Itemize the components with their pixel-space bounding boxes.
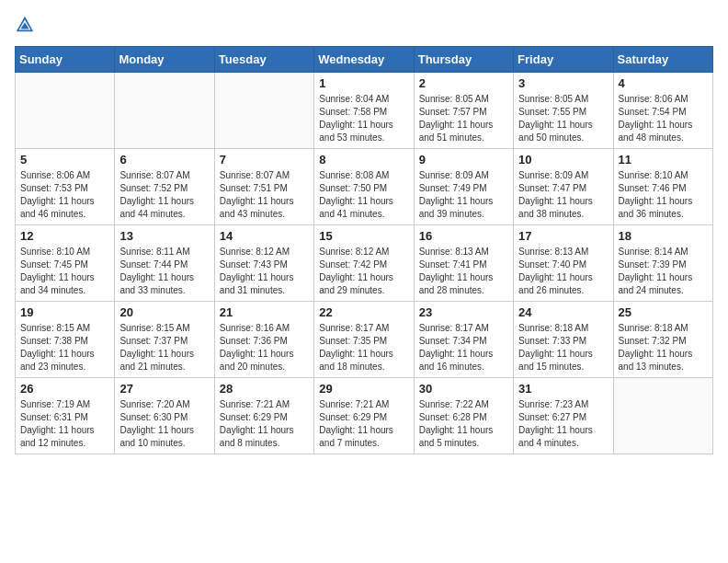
day-number: 8 [319, 153, 408, 167]
calendar-day-cell: 16Sunrise: 8:13 AM Sunset: 7:41 PM Dayli… [414, 225, 513, 302]
calendar-day-cell: 6Sunrise: 8:07 AM Sunset: 7:52 PM Daylig… [115, 149, 214, 225]
calendar-day-cell: 1Sunrise: 8:04 AM Sunset: 7:58 PM Daylig… [314, 73, 414, 149]
day-number: 21 [220, 305, 309, 319]
day-info: Sunrise: 8:15 AM Sunset: 7:37 PM Dayligh… [119, 322, 209, 373]
calendar-day-cell [16, 73, 115, 149]
calendar-day-cell: 31Sunrise: 7:23 AM Sunset: 6:27 PM Dayli… [514, 378, 613, 454]
calendar-day-cell: 3Sunrise: 8:05 AM Sunset: 7:55 PM Daylig… [514, 73, 613, 149]
day-info: Sunrise: 8:15 AM Sunset: 7:38 PM Dayligh… [20, 322, 109, 373]
day-info: Sunrise: 8:07 AM Sunset: 7:52 PM Dayligh… [119, 169, 209, 221]
calendar-week-row: 19Sunrise: 8:15 AM Sunset: 7:38 PM Dayli… [16, 302, 713, 378]
day-info: Sunrise: 8:07 AM Sunset: 7:51 PM Dayligh… [220, 169, 309, 221]
calendar-week-row: 5Sunrise: 8:06 AM Sunset: 7:53 PM Daylig… [16, 149, 713, 225]
day-info: Sunrise: 8:06 AM Sunset: 7:53 PM Dayligh… [20, 169, 109, 221]
calendar-week-row: 26Sunrise: 7:19 AM Sunset: 6:31 PM Dayli… [16, 378, 713, 454]
calendar-day-cell: 11Sunrise: 8:10 AM Sunset: 7:46 PM Dayli… [613, 149, 712, 225]
day-number: 14 [220, 229, 309, 243]
calendar-day-cell: 10Sunrise: 8:09 AM Sunset: 7:47 PM Dayli… [514, 149, 613, 225]
calendar-day-cell: 30Sunrise: 7:22 AM Sunset: 6:28 PM Dayli… [414, 378, 513, 454]
day-number: 24 [518, 305, 608, 319]
calendar-day-cell: 28Sunrise: 7:21 AM Sunset: 6:29 PM Dayli… [214, 378, 313, 454]
day-info: Sunrise: 8:05 AM Sunset: 7:57 PM Dayligh… [419, 93, 508, 144]
day-number: 13 [119, 229, 209, 243]
day-info: Sunrise: 8:09 AM Sunset: 7:49 PM Dayligh… [419, 169, 508, 221]
day-number: 29 [319, 382, 408, 396]
day-number: 18 [619, 229, 708, 243]
weekday-header-cell: Tuesday [214, 47, 313, 73]
calendar-day-cell: 17Sunrise: 8:13 AM Sunset: 7:40 PM Dayli… [514, 225, 613, 302]
calendar-day-cell: 9Sunrise: 8:09 AM Sunset: 7:49 PM Daylig… [414, 149, 513, 225]
calendar-body: 1Sunrise: 8:04 AM Sunset: 7:58 PM Daylig… [16, 73, 713, 454]
day-number: 27 [119, 382, 209, 396]
day-number: 11 [619, 153, 708, 167]
calendar-day-cell: 29Sunrise: 7:21 AM Sunset: 6:29 PM Dayli… [314, 378, 414, 454]
day-info: Sunrise: 8:11 AM Sunset: 7:44 PM Dayligh… [119, 246, 209, 297]
day-info: Sunrise: 7:23 AM Sunset: 6:27 PM Dayligh… [518, 398, 608, 450]
calendar-day-cell: 18Sunrise: 8:14 AM Sunset: 7:39 PM Dayli… [613, 225, 712, 302]
day-number: 15 [319, 229, 408, 243]
day-info: Sunrise: 8:12 AM Sunset: 7:42 PM Dayligh… [319, 246, 408, 297]
day-info: Sunrise: 8:16 AM Sunset: 7:36 PM Dayligh… [220, 322, 309, 373]
day-info: Sunrise: 8:10 AM Sunset: 7:45 PM Dayligh… [20, 246, 109, 297]
calendar-day-cell: 23Sunrise: 8:17 AM Sunset: 7:34 PM Dayli… [414, 302, 513, 378]
day-info: Sunrise: 7:20 AM Sunset: 6:30 PM Dayligh… [119, 398, 209, 450]
calendar-day-cell: 21Sunrise: 8:16 AM Sunset: 7:36 PM Dayli… [214, 302, 313, 378]
day-info: Sunrise: 8:10 AM Sunset: 7:46 PM Dayligh… [619, 169, 708, 221]
calendar-day-cell: 26Sunrise: 7:19 AM Sunset: 6:31 PM Dayli… [16, 378, 115, 454]
calendar-day-cell: 19Sunrise: 8:15 AM Sunset: 7:38 PM Dayli… [16, 302, 115, 378]
calendar-day-cell: 13Sunrise: 8:11 AM Sunset: 7:44 PM Dayli… [115, 225, 214, 302]
day-number: 2 [419, 76, 508, 90]
weekday-header-cell: Saturday [613, 47, 712, 73]
day-number: 26 [20, 382, 109, 396]
day-number: 17 [518, 229, 608, 243]
day-number: 31 [518, 382, 608, 396]
day-number: 9 [419, 153, 508, 167]
day-info: Sunrise: 8:18 AM Sunset: 7:33 PM Dayligh… [518, 322, 608, 373]
day-number: 5 [20, 153, 109, 167]
calendar-day-cell: 22Sunrise: 8:17 AM Sunset: 7:35 PM Dayli… [314, 302, 414, 378]
day-info: Sunrise: 8:08 AM Sunset: 7:50 PM Dayligh… [319, 169, 408, 221]
day-info: Sunrise: 8:09 AM Sunset: 7:47 PM Dayligh… [518, 169, 608, 221]
day-info: Sunrise: 7:22 AM Sunset: 6:28 PM Dayligh… [419, 398, 508, 450]
day-number: 10 [518, 153, 608, 167]
weekday-header-cell: Thursday [414, 47, 513, 73]
calendar-day-cell: 12Sunrise: 8:10 AM Sunset: 7:45 PM Dayli… [16, 225, 115, 302]
page-header [15, 15, 713, 35]
day-info: Sunrise: 8:04 AM Sunset: 7:58 PM Dayligh… [319, 93, 408, 144]
calendar-day-cell: 5Sunrise: 8:06 AM Sunset: 7:53 PM Daylig… [16, 149, 115, 225]
calendar-day-cell: 15Sunrise: 8:12 AM Sunset: 7:42 PM Dayli… [314, 225, 414, 302]
weekday-header-row: SundayMondayTuesdayWednesdayThursdayFrid… [16, 47, 713, 73]
day-number: 25 [619, 305, 708, 319]
day-number: 30 [419, 382, 508, 396]
calendar-day-cell: 25Sunrise: 8:18 AM Sunset: 7:32 PM Dayli… [613, 302, 712, 378]
day-number: 6 [119, 153, 209, 167]
weekday-header-cell: Monday [115, 47, 214, 73]
day-info: Sunrise: 8:05 AM Sunset: 7:55 PM Dayligh… [518, 93, 608, 144]
day-number: 22 [319, 305, 408, 319]
day-number: 4 [619, 76, 708, 90]
day-info: Sunrise: 7:21 AM Sunset: 6:29 PM Dayligh… [319, 398, 408, 450]
calendar-day-cell: 14Sunrise: 8:12 AM Sunset: 7:43 PM Dayli… [214, 225, 313, 302]
day-number: 28 [220, 382, 309, 396]
day-number: 16 [419, 229, 508, 243]
day-info: Sunrise: 8:12 AM Sunset: 7:43 PM Dayligh… [220, 246, 309, 297]
day-number: 19 [20, 305, 109, 319]
calendar-day-cell: 20Sunrise: 8:15 AM Sunset: 7:37 PM Dayli… [115, 302, 214, 378]
day-info: Sunrise: 8:13 AM Sunset: 7:40 PM Dayligh… [518, 246, 608, 297]
day-info: Sunrise: 7:19 AM Sunset: 6:31 PM Dayligh… [20, 398, 109, 450]
calendar-day-cell: 27Sunrise: 7:20 AM Sunset: 6:30 PM Dayli… [115, 378, 214, 454]
calendar-day-cell: 7Sunrise: 8:07 AM Sunset: 7:51 PM Daylig… [214, 149, 313, 225]
weekday-header-cell: Wednesday [314, 47, 414, 73]
day-info: Sunrise: 8:13 AM Sunset: 7:41 PM Dayligh… [419, 246, 508, 297]
calendar-week-row: 1Sunrise: 8:04 AM Sunset: 7:58 PM Daylig… [16, 73, 713, 149]
weekday-header-cell: Friday [514, 47, 613, 73]
calendar-day-cell [115, 73, 214, 149]
day-info: Sunrise: 7:21 AM Sunset: 6:29 PM Dayligh… [220, 398, 309, 450]
calendar-week-row: 12Sunrise: 8:10 AM Sunset: 7:45 PM Dayli… [16, 225, 713, 302]
day-info: Sunrise: 8:06 AM Sunset: 7:54 PM Dayligh… [619, 93, 708, 144]
day-info: Sunrise: 8:14 AM Sunset: 7:39 PM Dayligh… [619, 246, 708, 297]
calendar-day-cell [214, 73, 313, 149]
day-info: Sunrise: 8:18 AM Sunset: 7:32 PM Dayligh… [619, 322, 708, 373]
calendar-day-cell [613, 378, 712, 454]
day-number: 23 [419, 305, 508, 319]
